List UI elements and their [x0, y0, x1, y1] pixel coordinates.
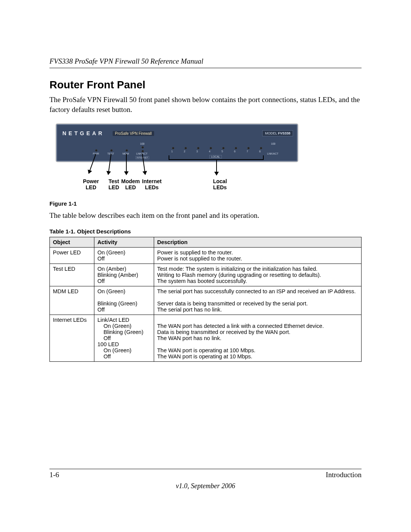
callout-local: Local LEDs: [209, 178, 231, 190]
table-row: Internet LEDsLink/Act LEDOn (Green)Blink…: [50, 315, 362, 361]
mdm-led-icon: [126, 149, 128, 152]
local-box-label: LOCAL: [209, 155, 222, 158]
port-8-led-icon: [260, 147, 262, 149]
cell-description: Power is supplied to the router.Power is…: [154, 247, 362, 264]
cell-object: Test LED: [50, 264, 94, 286]
doc-version: v1.0, September 2006: [49, 482, 362, 490]
model-label: MODEL FVS338: [262, 130, 293, 136]
pwr-led-icon: [95, 149, 97, 152]
intro-paragraph: The ProSafe VPN Firewall 50 front panel …: [49, 95, 362, 114]
figure-annotations: Power LED Test LED Modem LED Internet LE…: [56, 161, 296, 196]
footer-rule: [49, 469, 362, 469]
table-header-row: Object Activity Description: [50, 237, 362, 247]
cell-description: Test mode: The system is initializing or…: [154, 264, 362, 286]
table-row: Power LEDOn (Green)OffPower is supplied …: [50, 247, 362, 264]
cell-object: Internet LEDs: [50, 315, 94, 361]
cell-activity: On (Amber)Blinking (Amber)Off: [94, 264, 154, 286]
page-number: 1-6: [49, 471, 59, 479]
port-5-label: 5: [221, 150, 223, 153]
port-1-label: 1: [171, 150, 173, 153]
port-3-led-icon: [197, 147, 199, 149]
cell-description: The WAN port has detected a link with a …: [154, 315, 362, 361]
lnkact-right-label: LNK/ACT: [267, 152, 279, 155]
brand-logo: NETGEAR: [62, 130, 104, 136]
port-1-led-icon: [172, 147, 174, 149]
port-6-led-icon: [235, 147, 237, 149]
port-7-label: 7: [247, 150, 248, 153]
internet-100-led-icon: [142, 146, 144, 149]
table-caption: Table 1-1. Object Descriptions: [49, 228, 362, 235]
hundred-right-label: 100: [271, 142, 276, 145]
th-object: Object: [50, 237, 94, 247]
th-activity: Activity: [94, 237, 154, 247]
page-footer: 1-6 Introduction v1.0, September 2006: [49, 469, 362, 490]
after-figure-paragraph: The table below describes each item on t…: [49, 211, 362, 220]
figure-router-front-panel: NETGEAR ProSafe VPN Firewall MODEL FVS33…: [49, 124, 362, 196]
cell-object: MDM LED: [50, 286, 94, 315]
table-row: Test LEDOn (Amber)Blinking (Amber)OffTes…: [50, 264, 362, 286]
port-4-led-icon: [210, 147, 212, 149]
page: FVS338 ProSafe VPN Firewall 50 Reference…: [0, 0, 411, 532]
object-descriptions-table: Object Activity Description Power LEDOn …: [49, 237, 362, 362]
callout-internet: Internet LEDs: [139, 178, 165, 190]
cell-activity: On (Green)Blinking (Green)Off: [94, 286, 154, 315]
chapter-name: Introduction: [326, 471, 362, 479]
running-header: FVS338 ProSafe VPN Firewall 50 Reference…: [49, 57, 362, 66]
router-front-panel-image: NETGEAR ProSafe VPN Firewall MODEL FVS33…: [56, 124, 298, 161]
port-2-label: 2: [184, 150, 185, 153]
hundred-label: 100: [140, 142, 145, 145]
arrow-local: [216, 159, 217, 175]
table-row: MDM LEDOn (Green)Blinking (Green)OffThe …: [50, 286, 362, 315]
cell-description: The serial port has successfully connect…: [154, 286, 362, 315]
port-7-led-icon: [247, 147, 250, 149]
port-6-label: 6: [234, 150, 236, 153]
port-3-label: 3: [196, 150, 198, 153]
arrow-modem: [126, 154, 127, 175]
header-rule: [49, 68, 362, 68]
figure-caption: Figure 1-1: [49, 200, 362, 207]
product-label: ProSafe VPN Firewall: [113, 131, 154, 136]
section-heading: Router Front Panel: [49, 79, 362, 91]
cell-activity: Link/Act LEDOn (Green)Blinking (Green)Of…: [94, 315, 154, 361]
callout-power: Power LED: [78, 178, 104, 190]
test-led-icon: [110, 149, 113, 152]
cell-object: Power LED: [50, 247, 94, 264]
port-4-label: 4: [209, 150, 210, 153]
port-5-led-icon: [222, 147, 225, 149]
port-8-label: 8: [259, 150, 261, 153]
cell-activity: On (Green)Off: [94, 247, 154, 264]
th-description: Description: [154, 237, 362, 247]
port-2-led-icon: [185, 147, 187, 149]
